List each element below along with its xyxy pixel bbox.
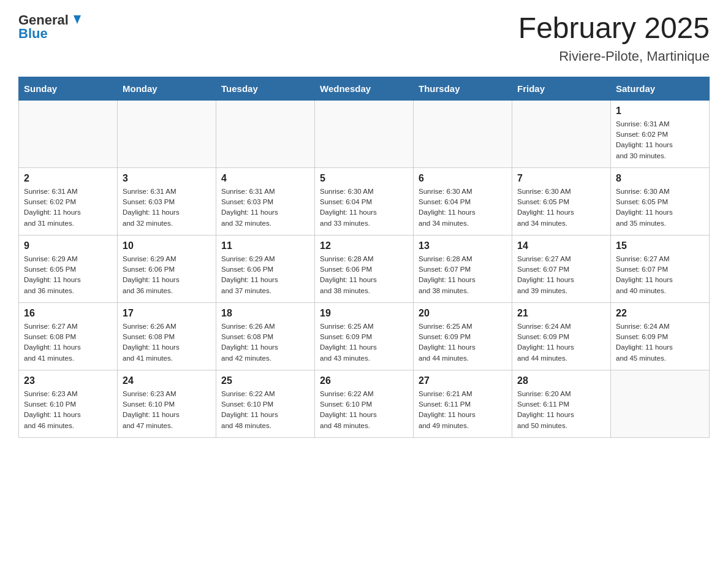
day-number: 5 (320, 173, 408, 184)
day-number: 9 (24, 240, 112, 251)
calendar-day-cell: 10Sunrise: 6:29 AMSunset: 6:06 PMDayligh… (118, 235, 216, 302)
calendar-day-cell (216, 100, 315, 167)
day-info: Sunrise: 6:26 AMSunset: 6:08 PMDaylight:… (221, 321, 309, 364)
calendar-day-cell: 16Sunrise: 6:27 AMSunset: 6:08 PMDayligh… (19, 302, 118, 370)
calendar-day-cell: 27Sunrise: 6:21 AMSunset: 6:11 PMDayligh… (414, 370, 512, 437)
month-title: February 2025 (518, 12, 710, 45)
day-info: Sunrise: 6:21 AMSunset: 6:11 PMDaylight:… (419, 389, 507, 431)
day-number: 12 (320, 240, 408, 251)
weekday-header-row: SundayMondayTuesdayWednesdayThursdayFrid… (19, 77, 710, 100)
weekday-header-friday: Friday (512, 77, 611, 100)
day-info: Sunrise: 6:29 AMSunset: 6:06 PMDaylight:… (221, 254, 309, 296)
day-info: Sunrise: 6:27 AMSunset: 6:07 PMDaylight:… (616, 254, 704, 296)
day-number: 25 (221, 375, 309, 386)
calendar-week-row: 2Sunrise: 6:31 AMSunset: 6:02 PMDaylight… (19, 167, 710, 235)
calendar-table: SundayMondayTuesdayWednesdayThursdayFrid… (18, 77, 710, 438)
calendar-day-cell: 20Sunrise: 6:25 AMSunset: 6:09 PMDayligh… (414, 302, 512, 370)
calendar-week-row: 23Sunrise: 6:23 AMSunset: 6:10 PMDayligh… (19, 370, 710, 437)
weekday-header-saturday: Saturday (611, 77, 710, 100)
calendar-day-cell: 18Sunrise: 6:26 AMSunset: 6:08 PMDayligh… (216, 302, 315, 370)
calendar-day-cell: 13Sunrise: 6:28 AMSunset: 6:07 PMDayligh… (414, 235, 512, 302)
day-number: 23 (24, 375, 112, 386)
day-number: 24 (123, 375, 211, 386)
calendar-day-cell (315, 100, 414, 167)
calendar-day-cell: 21Sunrise: 6:24 AMSunset: 6:09 PMDayligh… (512, 302, 611, 370)
day-number: 10 (123, 240, 211, 251)
day-info: Sunrise: 6:30 AMSunset: 6:04 PMDaylight:… (320, 186, 408, 229)
day-number: 16 (24, 308, 112, 319)
page-header: General Blue February 2025 Riviere-Pilot… (18, 12, 710, 64)
day-number: 22 (616, 308, 704, 319)
weekday-header-thursday: Thursday (414, 77, 512, 100)
calendar-day-cell (611, 370, 710, 437)
day-number: 26 (320, 375, 408, 386)
day-info: Sunrise: 6:29 AMSunset: 6:05 PMDaylight:… (24, 254, 112, 296)
day-info: Sunrise: 6:27 AMSunset: 6:07 PMDaylight:… (517, 254, 605, 296)
day-info: Sunrise: 6:26 AMSunset: 6:08 PMDaylight:… (123, 321, 211, 364)
day-info: Sunrise: 6:31 AMSunset: 6:02 PMDaylight:… (24, 186, 112, 229)
calendar-day-cell: 8Sunrise: 6:30 AMSunset: 6:05 PMDaylight… (611, 167, 710, 235)
calendar-day-cell: 11Sunrise: 6:29 AMSunset: 6:06 PMDayligh… (216, 235, 315, 302)
calendar-day-cell (19, 100, 118, 167)
calendar-day-cell: 22Sunrise: 6:24 AMSunset: 6:09 PMDayligh… (611, 302, 710, 370)
calendar-day-cell: 14Sunrise: 6:27 AMSunset: 6:07 PMDayligh… (512, 235, 611, 302)
day-number: 2 (24, 173, 112, 184)
day-number: 6 (419, 173, 507, 184)
weekday-header-wednesday: Wednesday (315, 77, 414, 100)
calendar-day-cell: 19Sunrise: 6:25 AMSunset: 6:09 PMDayligh… (315, 302, 414, 370)
calendar-week-row: 16Sunrise: 6:27 AMSunset: 6:08 PMDayligh… (19, 302, 710, 370)
day-number: 17 (123, 308, 211, 319)
day-number: 27 (419, 375, 507, 386)
location-title: Riviere-Pilote, Martinique (518, 48, 710, 64)
calendar-day-cell: 23Sunrise: 6:23 AMSunset: 6:10 PMDayligh… (19, 370, 118, 437)
calendar-day-cell (118, 100, 216, 167)
day-info: Sunrise: 6:31 AMSunset: 6:02 PMDaylight:… (616, 119, 704, 161)
day-info: Sunrise: 6:30 AMSunset: 6:05 PMDaylight:… (616, 186, 704, 229)
day-info: Sunrise: 6:28 AMSunset: 6:06 PMDaylight:… (320, 254, 408, 296)
calendar-day-cell: 5Sunrise: 6:30 AMSunset: 6:04 PMDaylight… (315, 167, 414, 235)
day-info: Sunrise: 6:24 AMSunset: 6:09 PMDaylight:… (616, 321, 704, 364)
calendar-day-cell: 15Sunrise: 6:27 AMSunset: 6:07 PMDayligh… (611, 235, 710, 302)
day-number: 13 (419, 240, 507, 251)
day-info: Sunrise: 6:22 AMSunset: 6:10 PMDaylight:… (221, 389, 309, 431)
day-number: 21 (517, 308, 605, 319)
day-number: 20 (419, 308, 507, 319)
day-number: 11 (221, 240, 309, 251)
day-info: Sunrise: 6:25 AMSunset: 6:09 PMDaylight:… (419, 321, 507, 364)
day-number: 3 (123, 173, 211, 184)
calendar-day-cell (512, 100, 611, 167)
day-info: Sunrise: 6:22 AMSunset: 6:10 PMDaylight:… (320, 389, 408, 431)
calendar-day-cell: 4Sunrise: 6:31 AMSunset: 6:03 PMDaylight… (216, 167, 315, 235)
calendar-day-cell: 25Sunrise: 6:22 AMSunset: 6:10 PMDayligh… (216, 370, 315, 437)
day-info: Sunrise: 6:24 AMSunset: 6:09 PMDaylight:… (517, 321, 605, 364)
logo-triangle-icon (70, 13, 83, 26)
day-number: 1 (616, 105, 704, 117)
logo: General Blue (18, 12, 83, 42)
day-number: 8 (616, 173, 704, 184)
day-info: Sunrise: 6:27 AMSunset: 6:08 PMDaylight:… (24, 321, 112, 364)
calendar-day-cell: 24Sunrise: 6:23 AMSunset: 6:10 PMDayligh… (118, 370, 216, 437)
calendar-day-cell: 7Sunrise: 6:30 AMSunset: 6:05 PMDaylight… (512, 167, 611, 235)
day-info: Sunrise: 6:25 AMSunset: 6:09 PMDaylight:… (320, 321, 408, 364)
day-info: Sunrise: 6:31 AMSunset: 6:03 PMDaylight:… (221, 186, 309, 229)
weekday-header-monday: Monday (118, 77, 216, 100)
day-info: Sunrise: 6:28 AMSunset: 6:07 PMDaylight:… (419, 254, 507, 296)
calendar-day-cell (414, 100, 512, 167)
calendar-day-cell: 2Sunrise: 6:31 AMSunset: 6:02 PMDaylight… (19, 167, 118, 235)
svg-marker-0 (74, 15, 81, 24)
day-info: Sunrise: 6:20 AMSunset: 6:11 PMDaylight:… (517, 389, 605, 431)
calendar-week-row: 9Sunrise: 6:29 AMSunset: 6:05 PMDaylight… (19, 235, 710, 302)
day-info: Sunrise: 6:23 AMSunset: 6:10 PMDaylight:… (123, 389, 211, 431)
calendar-day-cell: 12Sunrise: 6:28 AMSunset: 6:06 PMDayligh… (315, 235, 414, 302)
calendar-day-cell: 26Sunrise: 6:22 AMSunset: 6:10 PMDayligh… (315, 370, 414, 437)
calendar-day-cell: 17Sunrise: 6:26 AMSunset: 6:08 PMDayligh… (118, 302, 216, 370)
calendar-week-row: 1Sunrise: 6:31 AMSunset: 6:02 PMDaylight… (19, 100, 710, 167)
title-section: February 2025 Riviere-Pilote, Martinique (518, 12, 710, 64)
logo-blue-text: Blue (18, 26, 48, 42)
calendar-day-cell: 6Sunrise: 6:30 AMSunset: 6:04 PMDaylight… (414, 167, 512, 235)
day-info: Sunrise: 6:29 AMSunset: 6:06 PMDaylight:… (123, 254, 211, 296)
day-number: 28 (517, 375, 605, 386)
weekday-header-sunday: Sunday (19, 77, 118, 100)
day-info: Sunrise: 6:30 AMSunset: 6:05 PMDaylight:… (517, 186, 605, 229)
day-number: 19 (320, 308, 408, 319)
